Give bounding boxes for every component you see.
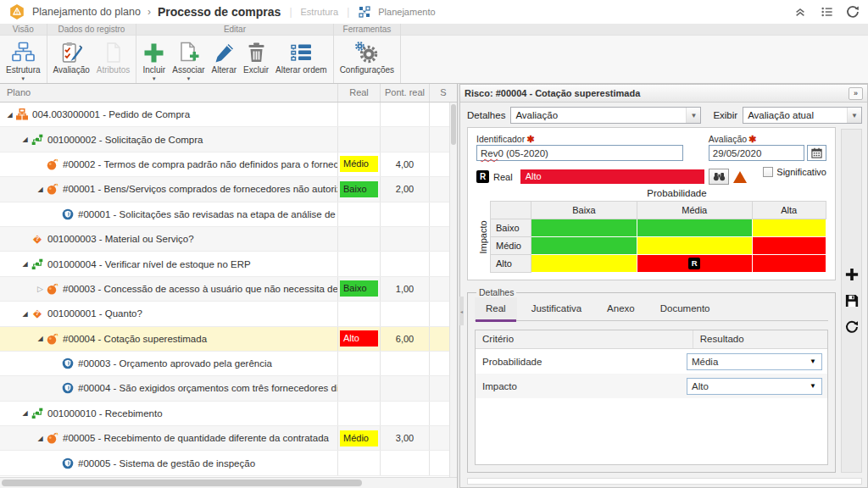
tree-expand-icon[interactable]: ◢ <box>20 310 30 318</box>
matrix-cell-red[interactable] <box>752 255 826 273</box>
tree-row[interactable]: ◢◆?001000001 - Quanto? <box>0 302 457 326</box>
tree-row-pont-cell <box>380 103 429 126</box>
list-icon[interactable] <box>820 5 833 19</box>
tree-row[interactable]: ◢#00005 - Recebimento de quantidade dife… <box>0 426 457 451</box>
tree-row-real-cell <box>337 451 380 474</box>
matrix-cell-red[interactable] <box>752 237 826 255</box>
tab-anexo[interactable]: Anexo <box>596 297 646 320</box>
tree-row[interactable]: #00002 - Termos de compra padrão não def… <box>0 152 457 177</box>
breadcrumb-separator-icon: › <box>147 6 151 18</box>
tree-row[interactable]: ▷#00003 - Concessão de acesso à usuário … <box>0 277 457 302</box>
decision-icon: ◆? <box>31 233 43 245</box>
alterar-ordem-button[interactable]: Alterar ordem <box>272 39 331 83</box>
tree-row-pont-cell <box>380 451 429 474</box>
column-header-pont-real[interactable]: Pont. real <box>380 84 429 102</box>
tree-expand-icon[interactable]: ◢ <box>36 335 45 342</box>
tree-row-pont-cell <box>380 352 429 375</box>
ribbon-button-label: Associar <box>172 65 204 75</box>
tree-row[interactable]: ◢#00004 - Cotação superestimadaAlto6,00 <box>0 327 457 352</box>
excluir-button[interactable]: Excluir <box>240 39 272 83</box>
detalhes-label: Detalhes <box>467 110 505 120</box>
matrix-cell-green[interactable] <box>637 219 752 237</box>
tree-row[interactable]: #00004 - São exigidos orçamentos com trê… <box>0 376 457 401</box>
tree-row-plan-cell: #00005 - Sistema de gestão de inspeção <box>0 451 337 474</box>
splitter-collapse-icon[interactable]: ◂ <box>459 297 464 325</box>
tree-row-real-cell <box>337 127 380 151</box>
tree-row-real-cell <box>337 227 380 251</box>
tree-row-label: 001000002 - Solicitação de Compra <box>47 135 203 145</box>
matrix-cell-yellow[interactable] <box>637 237 752 255</box>
tree-row[interactable]: #00005 - Sistema de gestão de inspeção <box>0 451 457 475</box>
tree-expand-icon[interactable]: ◢ <box>20 136 30 143</box>
tree-row-label: 004.003000001 - Pedido de Compra <box>32 109 190 119</box>
horizontal-scrollbar[interactable] <box>0 477 457 488</box>
tree-row-plan-cell: ◢#00005 - Recebimento de quantidade dife… <box>0 426 337 450</box>
avaliação-button[interactable]: Avaliação <box>50 39 93 83</box>
criteria-row: ProbabilidadeMédia▼ <box>476 349 827 374</box>
alterar-button[interactable]: Alterar <box>209 39 240 83</box>
matrix-cell-yellow[interactable] <box>752 219 826 237</box>
probabilidade-result-select[interactable]: Média▼ <box>687 353 822 370</box>
tree-row[interactable]: ◢004.003000001 - Pedido de Compra <box>0 103 457 127</box>
tree-expand-icon[interactable]: ◢ <box>36 435 45 442</box>
tree-row[interactable]: ◢001000002 - Solicitação de Compra <box>0 127 457 152</box>
add-icon[interactable] <box>844 267 860 282</box>
tree-expand-icon[interactable]: ◢ <box>20 260 30 268</box>
view-label[interactable]: Planejamento <box>378 7 435 17</box>
tree-row-label: #00005 - Sistema de gestão de inspeção <box>78 458 255 469</box>
configurações-button[interactable]: Configurações <box>337 39 398 83</box>
mode-label[interactable]: Estrutura <box>301 7 339 17</box>
panel-collapse-button[interactable]: » <box>849 87 863 100</box>
tree-row[interactable]: ◢001000010 - Recebimento <box>0 402 457 426</box>
tree-row-label: #00001 - Solicitações são revisadas na e… <box>78 209 337 219</box>
tree-collapse-icon[interactable]: ▷ <box>36 285 45 293</box>
vertical-scrollbar-thumb[interactable] <box>451 104 456 145</box>
refresh-icon[interactable] <box>844 319 860 335</box>
risk-matrix: Impacto BaixaMédiaAltaBaixoMédioAltoR <box>476 201 826 273</box>
real-badge: R <box>476 170 489 183</box>
criteria-result-cell: Média▼ <box>680 353 827 370</box>
tree-expand-icon[interactable]: ◢ <box>20 409 30 417</box>
refresh-icon[interactable] <box>846 5 860 19</box>
tree-row[interactable]: #00003 - Orçamento aprovado pela gerênci… <box>0 352 457 376</box>
save-icon[interactable] <box>844 293 860 308</box>
matrix-cell-green[interactable] <box>531 237 637 255</box>
estrutura-button[interactable]: Estrutura▼ <box>3 39 44 83</box>
tree-row-pont-cell <box>380 252 429 275</box>
tree-row[interactable]: #00001 - Solicitações são revisadas na e… <box>0 202 457 227</box>
matrix-cell-red[interactable]: R <box>637 255 752 273</box>
associar-button[interactable]: Associar▼ <box>169 39 208 83</box>
detalhes-select[interactable]: Avaliação ▼ <box>510 107 701 124</box>
collapse-ribbon-icon[interactable] <box>793 5 807 19</box>
avaliacao-date-input[interactable]: 29/05/2020 <box>709 145 804 161</box>
chevron-down-icon: ▼ <box>686 108 700 123</box>
impacto-result-select[interactable]: Alto▼ <box>687 378 822 395</box>
app-header: Planejamento do plano › Processo de comp… <box>0 0 868 24</box>
binoculars-icon[interactable] <box>709 169 729 185</box>
horizontal-scrollbar-thumb[interactable] <box>2 480 362 486</box>
matrix-cell-yellow[interactable] <box>531 255 637 273</box>
significativo-checkbox[interactable] <box>763 167 773 177</box>
tree-row[interactable]: ◢001000004 - Verificar nível de estoque … <box>0 252 457 276</box>
column-header-plano[interactable]: Plano <box>0 84 337 102</box>
tree-expand-icon[interactable]: ◢ <box>5 111 14 119</box>
tree-row[interactable]: ◢#00001 - Bens/Serviços comprados de for… <box>0 177 457 202</box>
tab-real[interactable]: Real <box>475 297 517 320</box>
vertical-scrollbar[interactable] <box>449 103 457 477</box>
column-header-real[interactable]: Real <box>337 84 380 102</box>
column-header-s[interactable]: S <box>429 84 457 102</box>
identificador-input[interactable]: Rev 0 (05-2020) <box>476 145 683 161</box>
incluir-button[interactable]: Incluir▼ <box>139 39 169 83</box>
matrix-cell-green[interactable] <box>531 219 637 237</box>
tab-justificativa[interactable]: Justificativa <box>520 297 593 320</box>
tab-documento[interactable]: Documento <box>649 297 721 320</box>
exibir-select[interactable]: Avaliação atual ▼ <box>743 107 862 124</box>
tree-row[interactable]: ◆?001000003 - Material ou Serviço? <box>0 227 457 252</box>
ribbon-button-label: Avaliação <box>53 65 90 75</box>
ribbon-group-label: Ferramentas <box>334 24 400 36</box>
tree-expand-icon[interactable]: ◢ <box>36 186 45 193</box>
calendar-icon[interactable] <box>807 145 826 161</box>
breadcrumb-parent[interactable]: Planejamento do plano <box>32 6 141 18</box>
ribbon-group-label: Editar <box>136 24 332 36</box>
risk-icon <box>47 283 58 295</box>
